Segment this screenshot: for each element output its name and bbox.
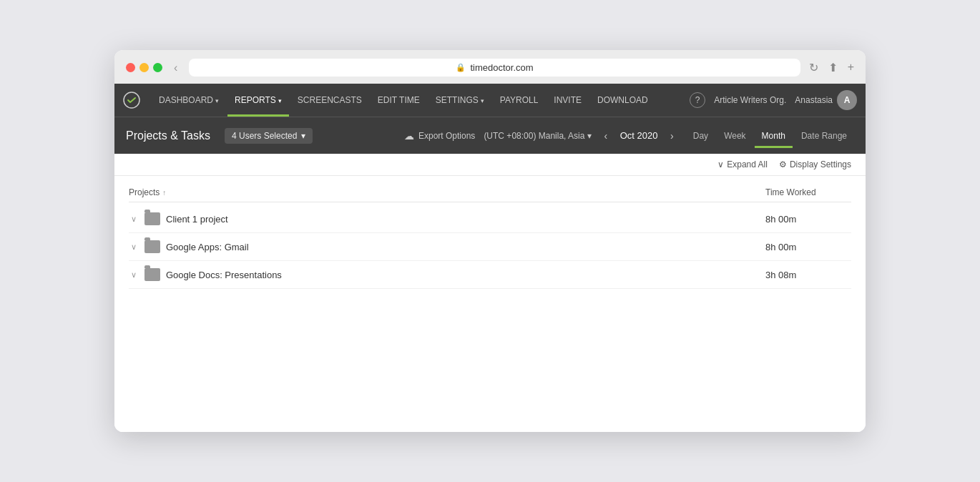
users-selected-label: 4 Users Selected xyxy=(232,131,297,141)
folder-icon xyxy=(144,240,160,253)
close-button[interactable] xyxy=(126,63,135,72)
row-chevron-icon: ∨ xyxy=(129,242,139,252)
display-settings-button[interactable]: ⚙ Display Settings xyxy=(779,159,851,169)
nav-item-settings[interactable]: SETTINGS ▾ xyxy=(428,84,491,117)
nav-item-edit-time[interactable]: EDIT TIME xyxy=(371,84,427,117)
table-row[interactable]: ∨ Client 1 project 8h 00m xyxy=(129,205,851,233)
prev-date-button[interactable]: ‹ xyxy=(600,129,611,143)
browser-top-bar: ‹ 🔒 timedoctor.com ↻ ⬆ + xyxy=(126,59,854,77)
timezone-label: (UTC +08:00) Manila, Asia xyxy=(484,131,584,141)
chevron-down-icon: ▾ xyxy=(215,97,219,104)
maximize-button[interactable] xyxy=(153,63,162,72)
time-worked-value: 8h 00m xyxy=(765,242,851,252)
export-options-button[interactable]: ☁ Export Options xyxy=(404,130,475,142)
top-navigation: DASHBOARD ▾ REPORTS ▾ SCREENCASTS EDIT T… xyxy=(114,84,866,117)
table-row[interactable]: ∨ Google Apps: Gmail 8h 00m xyxy=(129,233,851,261)
page-title: Projects & Tasks xyxy=(126,129,210,142)
time-worked-value: 3h 08m xyxy=(765,270,851,280)
traffic-lights xyxy=(126,63,162,72)
current-date-label: Oct 2020 xyxy=(614,130,664,141)
project-name: Client 1 project xyxy=(166,214,228,225)
browser-chrome: ‹ 🔒 timedoctor.com ↻ ⬆ + xyxy=(114,50,866,84)
lock-icon: 🔒 xyxy=(456,63,466,72)
time-worked-column-header: Time Worked xyxy=(765,187,851,197)
empty-area xyxy=(129,289,851,418)
app-container: DASHBOARD ▾ REPORTS ▾ SCREENCASTS EDIT T… xyxy=(114,84,866,432)
chevron-down-icon: ▾ xyxy=(301,131,305,141)
expand-all-button[interactable]: ∨ Expand All xyxy=(717,159,768,169)
chevron-down-icon: ▾ xyxy=(481,97,484,104)
expand-icon: ∨ xyxy=(717,159,724,169)
tab-date-range[interactable]: Date Range xyxy=(794,128,854,144)
refresh-icon[interactable]: ↻ xyxy=(809,61,818,74)
url-text: timedoctor.com xyxy=(470,62,533,73)
nav-item-reports[interactable]: REPORTS ▾ xyxy=(227,84,289,117)
projects-column-header: Projects ↑ xyxy=(129,187,765,197)
user-menu[interactable]: Anastasia A xyxy=(795,90,857,110)
period-tabs: Day Week Month Date Range xyxy=(686,128,854,144)
nav-item-dashboard[interactable]: DASHBOARD ▾ xyxy=(152,84,226,117)
data-table: Projects ↑ Time Worked ∨ Client 1 projec… xyxy=(114,176,866,432)
browser-toolbar-right: ↻ ⬆ + xyxy=(809,61,854,74)
date-navigation: ‹ Oct 2020 › xyxy=(600,129,677,143)
chevron-down-icon: ▾ xyxy=(587,131,592,141)
time-worked-value: 8h 00m xyxy=(765,214,851,225)
timezone-selector[interactable]: (UTC +08:00) Manila, Asia ▾ xyxy=(484,131,592,141)
subheader: Projects & Tasks 4 Users Selected ▾ ☁ Ex… xyxy=(114,117,866,154)
share-icon[interactable]: ⬆ xyxy=(828,61,838,74)
minimize-button[interactable] xyxy=(139,63,149,72)
row-left-gdocs: ∨ Google Docs: Presentations xyxy=(129,268,765,281)
project-name: Google Docs: Presentations xyxy=(166,270,282,280)
tab-week[interactable]: Week xyxy=(717,128,753,144)
org-name: Article Writers Org. xyxy=(714,95,786,105)
chevron-down-icon: ▾ xyxy=(278,97,282,104)
row-chevron-icon: ∨ xyxy=(129,270,139,280)
app-logo xyxy=(123,92,140,109)
new-tab-icon[interactable]: + xyxy=(848,61,854,74)
next-date-button[interactable]: › xyxy=(667,129,677,143)
cloud-upload-icon: ☁ xyxy=(404,130,414,142)
table-toolbar: ∨ Expand All ⚙ Display Settings xyxy=(114,154,866,176)
nav-items: DASHBOARD ▾ REPORTS ▾ SCREENCASTS EDIT T… xyxy=(152,84,690,117)
nav-item-payroll[interactable]: PAYROLL xyxy=(493,84,546,117)
folder-icon xyxy=(144,212,160,225)
tab-day[interactable]: Day xyxy=(686,128,715,144)
sort-arrow-icon[interactable]: ↑ xyxy=(162,189,166,197)
row-chevron-icon: ∨ xyxy=(129,215,139,224)
avatar: A xyxy=(837,90,857,110)
export-label: Export Options xyxy=(418,131,475,141)
table-header: Projects ↑ Time Worked xyxy=(129,183,851,202)
main-content: ∨ Expand All ⚙ Display Settings Projects… xyxy=(114,154,866,432)
nav-item-invite[interactable]: INVITE xyxy=(547,84,589,117)
topnav-right: ? Article Writers Org. Anastasia A xyxy=(690,90,857,110)
nav-item-download[interactable]: DOWNLOAD xyxy=(590,84,655,117)
tab-month[interactable]: Month xyxy=(755,128,793,144)
folder-icon xyxy=(144,268,160,281)
display-settings-label: Display Settings xyxy=(790,159,851,169)
row-left-client1: ∨ Client 1 project xyxy=(129,212,765,225)
address-bar[interactable]: 🔒 timedoctor.com xyxy=(189,59,800,77)
expand-all-label: Expand All xyxy=(727,159,768,169)
help-button[interactable]: ? xyxy=(690,92,705,108)
user-name: Anastasia xyxy=(795,95,833,105)
row-left-gmail: ∨ Google Apps: Gmail xyxy=(129,240,765,253)
table-row[interactable]: ∨ Google Docs: Presentations 3h 08m xyxy=(129,261,851,289)
browser-window: ‹ 🔒 timedoctor.com ↻ ⬆ + xyxy=(114,50,866,432)
gear-icon: ⚙ xyxy=(779,159,787,169)
project-name: Google Apps: Gmail xyxy=(166,242,249,252)
nav-item-screencasts[interactable]: SCREENCASTS xyxy=(290,84,369,117)
users-selected-button[interactable]: 4 Users Selected ▾ xyxy=(225,128,313,144)
back-button[interactable]: ‹ xyxy=(171,60,180,76)
